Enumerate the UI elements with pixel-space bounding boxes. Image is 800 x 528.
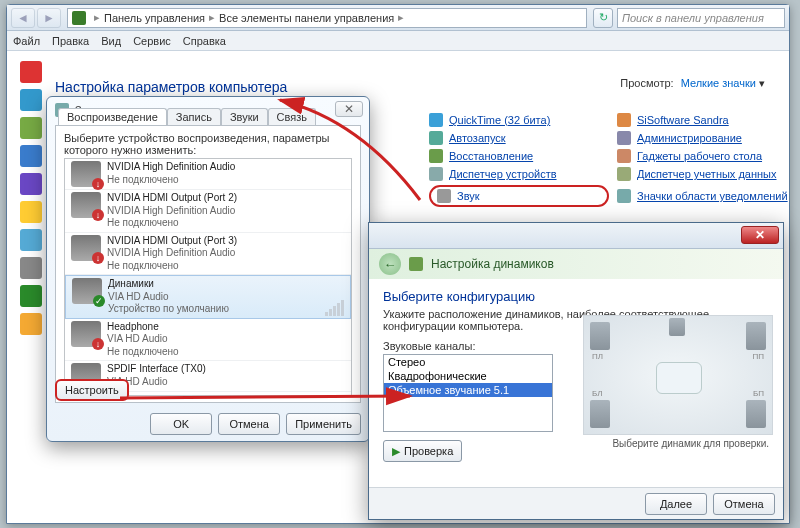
cp-item-credentials[interactable]: Диспетчер учетных данных bbox=[617, 167, 800, 181]
search-placeholder: Поиск в панели управления bbox=[622, 12, 764, 24]
device-row[interactable]: ↓NVIDIA HDMI Output (Port 3)NVIDIA High … bbox=[65, 233, 351, 276]
app-icon[interactable] bbox=[20, 285, 42, 307]
app-icon[interactable] bbox=[20, 145, 42, 167]
app-icon[interactable] bbox=[20, 117, 42, 139]
test-button[interactable]: ▶Проверка bbox=[383, 440, 462, 462]
cp-item-tray[interactable]: Значки области уведомлений bbox=[617, 185, 800, 207]
speaker-layout-diagram: ПЛ ПП БЛ БП bbox=[583, 315, 773, 435]
speaker-fr[interactable] bbox=[746, 322, 766, 350]
cp-item-gadgets[interactable]: Гаджеты рабочего стола bbox=[617, 149, 800, 163]
ok-button[interactable]: OK bbox=[150, 413, 212, 435]
control-panel-icon bbox=[72, 11, 86, 25]
wizard-titlebar: ✕ bbox=[369, 223, 783, 249]
left-icon-strip bbox=[13, 55, 49, 515]
app-icon[interactable] bbox=[20, 257, 42, 279]
cp-item-sisoftware[interactable]: SiSoftware Sandra bbox=[617, 113, 800, 127]
refresh-button[interactable]: ↻ bbox=[593, 8, 613, 28]
quicktime-icon bbox=[429, 113, 443, 127]
control-panel-items: QuickTime (32 бита) SiSoftware Sandra Ав… bbox=[429, 113, 800, 207]
search-input[interactable]: Поиск в панели управления bbox=[617, 8, 785, 28]
sound-icon bbox=[437, 189, 451, 203]
app-icon[interactable] bbox=[20, 201, 42, 223]
devmgr-icon bbox=[429, 167, 443, 181]
wizard-back-button[interactable]: ← bbox=[379, 253, 401, 275]
device-row[interactable]: ↓HeadphoneVIA HD AudioНе подключено bbox=[65, 319, 351, 362]
sound-dialog: Звук ✕ Воспроизведение Запись Звуки Связ… bbox=[46, 96, 370, 442]
tray-icon bbox=[617, 189, 631, 203]
tab-comm[interactable]: Связь bbox=[268, 108, 316, 125]
sisoftware-icon bbox=[617, 113, 631, 127]
view-mode-line: Просмотр: Мелкие значки ▾ bbox=[620, 77, 765, 90]
speaker-bl[interactable] bbox=[590, 400, 610, 428]
menu-service[interactable]: Сервис bbox=[133, 35, 171, 47]
wizard-title: Настройка динамиков bbox=[431, 257, 554, 271]
device-row[interactable]: ✓ДинамикиVIA HD AudioУстройство по умолч… bbox=[65, 275, 351, 319]
wizard-header: ← Настройка динамиков bbox=[369, 249, 783, 279]
device-icon: ↓ bbox=[71, 161, 101, 187]
menu-edit[interactable]: Правка bbox=[52, 35, 89, 47]
menu-view[interactable]: Вид bbox=[101, 35, 121, 47]
device-row[interactable]: ↓NVIDIA HDMI Output (Port 2)NVIDIA High … bbox=[65, 190, 351, 233]
cp-item-sound[interactable]: Звук bbox=[429, 185, 609, 207]
breadcrumb-part: Все элементы панели управления bbox=[219, 12, 394, 24]
titlebar: ◄ ► ▸ Панель управления ▸ Все элементы п… bbox=[7, 5, 789, 31]
device-icon: ↓ bbox=[71, 321, 101, 347]
channel-option[interactable]: Квадрофонические bbox=[384, 369, 552, 383]
listener-icon bbox=[656, 362, 702, 394]
channel-option[interactable]: Стерео bbox=[384, 355, 552, 369]
cp-item-devmgr[interactable]: Диспетчер устройств bbox=[429, 167, 609, 181]
menubar: Файл Правка Вид Сервис Справка bbox=[7, 31, 789, 51]
cred-icon bbox=[617, 167, 631, 181]
restore-icon bbox=[429, 149, 443, 163]
cancel-button[interactable]: Отмена bbox=[713, 493, 775, 515]
cp-item-quicktime[interactable]: QuickTime (32 бита) bbox=[429, 113, 609, 127]
close-button[interactable]: ✕ bbox=[335, 101, 363, 117]
app-icon[interactable] bbox=[20, 229, 42, 251]
cancel-button[interactable]: Отмена bbox=[218, 413, 280, 435]
tab-sounds[interactable]: Звуки bbox=[221, 108, 268, 125]
speaker-fl[interactable] bbox=[590, 322, 610, 350]
autorun-icon bbox=[429, 131, 443, 145]
wizard-footer: Далее Отмена bbox=[369, 487, 783, 519]
view-mode-link[interactable]: Мелкие значки bbox=[681, 77, 756, 89]
device-icon: ↓ bbox=[71, 192, 101, 218]
breadcrumb-part: Панель управления bbox=[104, 12, 205, 24]
app-icon[interactable] bbox=[20, 61, 42, 83]
device-row[interactable]: ↓NVIDIA High Definition AudioНе подключе… bbox=[65, 159, 351, 190]
tab-recording[interactable]: Запись bbox=[167, 108, 221, 125]
app-icon[interactable] bbox=[20, 89, 42, 111]
app-icon[interactable] bbox=[20, 173, 42, 195]
tab-playback[interactable]: Воспроизведение bbox=[58, 108, 167, 125]
next-button[interactable]: Далее bbox=[645, 493, 707, 515]
device-list[interactable]: ↓NVIDIA High Definition AudioНе подключе… bbox=[64, 158, 352, 396]
speaker-setup-wizard: ✕ ← Настройка динамиков Выберите конфигу… bbox=[368, 222, 784, 520]
wizard-body: Выберите конфигурацию Укажите расположен… bbox=[369, 279, 783, 489]
speaker-center[interactable] bbox=[669, 318, 685, 336]
menu-file[interactable]: Файл bbox=[13, 35, 40, 47]
channel-option[interactable]: Объемное звучание 5.1 bbox=[384, 383, 552, 397]
configure-button[interactable]: Настроить bbox=[55, 379, 129, 401]
nav-forward-button[interactable]: ► bbox=[37, 8, 61, 28]
gadgets-icon bbox=[617, 149, 631, 163]
apply-button[interactable]: Применить bbox=[286, 413, 361, 435]
cp-item-admin[interactable]: Администрирование bbox=[617, 131, 800, 145]
device-icon: ↓ bbox=[71, 235, 101, 261]
wizard-close-button[interactable]: ✕ bbox=[741, 226, 779, 244]
sound-tab-panel: Воспроизведение Запись Звуки Связь Выбер… bbox=[55, 125, 361, 403]
device-icon: ✓ bbox=[72, 278, 102, 304]
channels-listbox[interactable]: СтереоКвадрофоническиеОбъемное звучание … bbox=[383, 354, 553, 432]
nav-back-button[interactable]: ◄ bbox=[11, 8, 35, 28]
tab-instruction: Выберите устройство воспроизведения, пар… bbox=[56, 126, 360, 158]
speaker-br[interactable] bbox=[746, 400, 766, 428]
admin-icon bbox=[617, 131, 631, 145]
breadcrumb[interactable]: ▸ Панель управления ▸ Все элементы панел… bbox=[67, 8, 587, 28]
menu-help[interactable]: Справка bbox=[183, 35, 226, 47]
app-icon[interactable] bbox=[20, 313, 42, 335]
cp-item-restore[interactable]: Восстановление bbox=[429, 149, 609, 163]
speaker-icon bbox=[409, 257, 423, 271]
wizard-hint: Выберите динамик для проверки. bbox=[612, 438, 769, 449]
cp-item-autorun[interactable]: Автозапуск bbox=[429, 131, 609, 145]
wizard-heading: Выберите конфигурацию bbox=[383, 289, 769, 304]
